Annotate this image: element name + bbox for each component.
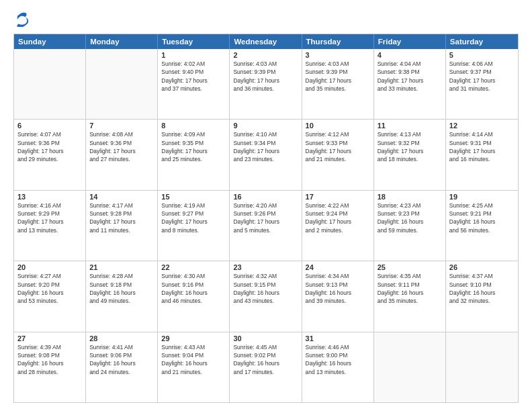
calendar-header-row: SundayMondayTuesdayWednesdayThursdayFrid… bbox=[14, 34, 518, 49]
calendar: SundayMondayTuesdayWednesdayThursdayFrid… bbox=[13, 34, 519, 403]
day-cell-12: 12Sunrise: 4:14 AM Sunset: 9:31 PM Dayli… bbox=[446, 120, 518, 189]
cell-content: Sunrise: 4:10 AM Sunset: 9:34 PM Dayligh… bbox=[233, 130, 298, 163]
day-number: 6 bbox=[17, 122, 82, 130]
day-cell-21: 21Sunrise: 4:28 AM Sunset: 9:18 PM Dayli… bbox=[86, 261, 158, 331]
header-day-saturday: Saturday bbox=[446, 34, 518, 49]
day-cell-29: 29Sunrise: 4:43 AM Sunset: 9:04 PM Dayli… bbox=[158, 332, 230, 402]
empty-cell bbox=[446, 332, 518, 402]
cell-content: Sunrise: 4:03 AM Sunset: 9:39 PM Dayligh… bbox=[306, 60, 370, 93]
day-number: 2 bbox=[233, 51, 298, 59]
day-cell-23: 23Sunrise: 4:32 AM Sunset: 9:15 PM Dayli… bbox=[230, 261, 302, 331]
day-number: 9 bbox=[233, 122, 298, 130]
cell-content: Sunrise: 4:37 AM Sunset: 9:10 PM Dayligh… bbox=[449, 272, 515, 305]
cell-content: Sunrise: 4:17 AM Sunset: 9:28 PM Dayligh… bbox=[89, 201, 154, 234]
day-cell-20: 20Sunrise: 4:27 AM Sunset: 9:20 PM Dayli… bbox=[14, 261, 86, 331]
day-number: 25 bbox=[378, 263, 442, 271]
day-number: 3 bbox=[306, 51, 370, 59]
cell-content: Sunrise: 4:43 AM Sunset: 9:04 PM Dayligh… bbox=[161, 343, 226, 376]
day-cell-22: 22Sunrise: 4:30 AM Sunset: 9:16 PM Dayli… bbox=[158, 261, 230, 331]
day-cell-28: 28Sunrise: 4:41 AM Sunset: 9:06 PM Dayli… bbox=[86, 332, 158, 402]
cell-content: Sunrise: 4:28 AM Sunset: 9:18 PM Dayligh… bbox=[89, 272, 154, 305]
cell-content: Sunrise: 4:06 AM Sunset: 9:37 PM Dayligh… bbox=[449, 60, 515, 93]
day-cell-5: 5Sunrise: 4:06 AM Sunset: 9:37 PM Daylig… bbox=[446, 49, 518, 119]
logo bbox=[13, 12, 31, 27]
day-cell-16: 16Sunrise: 4:20 AM Sunset: 9:26 PM Dayli… bbox=[230, 191, 302, 261]
day-number: 19 bbox=[449, 193, 515, 201]
empty-cell bbox=[86, 49, 158, 119]
logo-icon bbox=[13, 12, 28, 27]
header-day-wednesday: Wednesday bbox=[230, 34, 302, 49]
cell-content: Sunrise: 4:27 AM Sunset: 9:20 PM Dayligh… bbox=[17, 272, 82, 305]
page: SundayMondayTuesdayWednesdayThursdayFrid… bbox=[0, 0, 532, 411]
day-number: 23 bbox=[233, 263, 298, 271]
cell-content: Sunrise: 4:46 AM Sunset: 9:00 PM Dayligh… bbox=[306, 343, 370, 376]
cell-content: Sunrise: 4:23 AM Sunset: 9:23 PM Dayligh… bbox=[378, 201, 442, 234]
day-cell-9: 9Sunrise: 4:10 AM Sunset: 9:34 PM Daylig… bbox=[230, 120, 302, 189]
header-day-tuesday: Tuesday bbox=[158, 34, 230, 49]
cell-content: Sunrise: 4:20 AM Sunset: 9:26 PM Dayligh… bbox=[233, 201, 298, 234]
cell-content: Sunrise: 4:14 AM Sunset: 9:31 PM Dayligh… bbox=[449, 130, 515, 163]
day-number: 14 bbox=[89, 193, 154, 201]
day-number: 12 bbox=[449, 122, 515, 130]
day-cell-15: 15Sunrise: 4:19 AM Sunset: 9:27 PM Dayli… bbox=[158, 191, 230, 261]
header-day-thursday: Thursday bbox=[302, 34, 374, 49]
day-number: 17 bbox=[306, 193, 370, 201]
day-cell-17: 17Sunrise: 4:22 AM Sunset: 9:24 PM Dayli… bbox=[302, 191, 374, 261]
day-cell-19: 19Sunrise: 4:25 AM Sunset: 9:21 PM Dayli… bbox=[446, 191, 518, 261]
day-number: 28 bbox=[89, 334, 154, 342]
cell-content: Sunrise: 4:13 AM Sunset: 9:32 PM Dayligh… bbox=[378, 130, 442, 163]
day-cell-11: 11Sunrise: 4:13 AM Sunset: 9:32 PM Dayli… bbox=[374, 120, 446, 189]
cell-content: Sunrise: 4:09 AM Sunset: 9:35 PM Dayligh… bbox=[161, 130, 226, 163]
cell-content: Sunrise: 4:02 AM Sunset: 9:40 PM Dayligh… bbox=[161, 60, 226, 93]
cell-content: Sunrise: 4:12 AM Sunset: 9:33 PM Dayligh… bbox=[306, 130, 370, 163]
day-number: 5 bbox=[449, 51, 515, 59]
cell-content: Sunrise: 4:30 AM Sunset: 9:16 PM Dayligh… bbox=[161, 272, 226, 305]
day-cell-7: 7Sunrise: 4:08 AM Sunset: 9:36 PM Daylig… bbox=[86, 120, 158, 189]
cell-content: Sunrise: 4:34 AM Sunset: 9:13 PM Dayligh… bbox=[306, 272, 370, 305]
day-number: 21 bbox=[89, 263, 154, 271]
day-cell-26: 26Sunrise: 4:37 AM Sunset: 9:10 PM Dayli… bbox=[446, 261, 518, 331]
day-cell-13: 13Sunrise: 4:16 AM Sunset: 9:29 PM Dayli… bbox=[14, 191, 86, 261]
header bbox=[13, 12, 519, 27]
day-number: 20 bbox=[17, 263, 82, 271]
header-day-monday: Monday bbox=[86, 34, 158, 49]
day-number: 18 bbox=[378, 193, 442, 201]
day-number: 16 bbox=[233, 193, 298, 201]
day-number: 30 bbox=[233, 334, 298, 342]
cell-content: Sunrise: 4:03 AM Sunset: 9:39 PM Dayligh… bbox=[233, 60, 298, 93]
week-row-4: 20Sunrise: 4:27 AM Sunset: 9:20 PM Dayli… bbox=[14, 261, 518, 331]
day-cell-30: 30Sunrise: 4:45 AM Sunset: 9:02 PM Dayli… bbox=[230, 332, 302, 402]
cell-content: Sunrise: 4:07 AM Sunset: 9:36 PM Dayligh… bbox=[17, 130, 82, 163]
day-cell-25: 25Sunrise: 4:35 AM Sunset: 9:11 PM Dayli… bbox=[374, 261, 446, 331]
cell-content: Sunrise: 4:16 AM Sunset: 9:29 PM Dayligh… bbox=[17, 201, 82, 234]
header-day-sunday: Sunday bbox=[14, 34, 86, 49]
day-cell-4: 4Sunrise: 4:04 AM Sunset: 9:38 PM Daylig… bbox=[374, 49, 446, 119]
cell-content: Sunrise: 4:22 AM Sunset: 9:24 PM Dayligh… bbox=[306, 201, 370, 234]
week-row-3: 13Sunrise: 4:16 AM Sunset: 9:29 PM Dayli… bbox=[14, 190, 518, 261]
day-cell-24: 24Sunrise: 4:34 AM Sunset: 9:13 PM Dayli… bbox=[302, 261, 374, 331]
cell-content: Sunrise: 4:39 AM Sunset: 9:08 PM Dayligh… bbox=[17, 343, 82, 376]
day-number: 11 bbox=[378, 122, 442, 130]
day-number: 7 bbox=[89, 122, 154, 130]
calendar-body: 1Sunrise: 4:02 AM Sunset: 9:40 PM Daylig… bbox=[14, 49, 518, 402]
cell-content: Sunrise: 4:32 AM Sunset: 9:15 PM Dayligh… bbox=[233, 272, 298, 305]
header-day-friday: Friday bbox=[374, 34, 446, 49]
day-cell-27: 27Sunrise: 4:39 AM Sunset: 9:08 PM Dayli… bbox=[14, 332, 86, 402]
day-number: 29 bbox=[161, 334, 226, 342]
day-number: 1 bbox=[161, 51, 226, 59]
empty-cell bbox=[374, 332, 446, 402]
day-cell-1: 1Sunrise: 4:02 AM Sunset: 9:40 PM Daylig… bbox=[158, 49, 230, 119]
day-number: 31 bbox=[306, 334, 370, 342]
day-number: 8 bbox=[161, 122, 226, 130]
day-number: 27 bbox=[17, 334, 82, 342]
day-number: 4 bbox=[378, 51, 442, 59]
empty-cell bbox=[14, 49, 86, 119]
cell-content: Sunrise: 4:25 AM Sunset: 9:21 PM Dayligh… bbox=[449, 201, 515, 234]
cell-content: Sunrise: 4:08 AM Sunset: 9:36 PM Dayligh… bbox=[89, 130, 154, 163]
week-row-2: 6Sunrise: 4:07 AM Sunset: 9:36 PM Daylig… bbox=[14, 119, 518, 189]
cell-content: Sunrise: 4:45 AM Sunset: 9:02 PM Dayligh… bbox=[233, 343, 298, 376]
day-cell-10: 10Sunrise: 4:12 AM Sunset: 9:33 PM Dayli… bbox=[302, 120, 374, 189]
day-number: 22 bbox=[161, 263, 226, 271]
cell-content: Sunrise: 4:04 AM Sunset: 9:38 PM Dayligh… bbox=[378, 60, 442, 93]
cell-content: Sunrise: 4:19 AM Sunset: 9:27 PM Dayligh… bbox=[161, 201, 226, 234]
